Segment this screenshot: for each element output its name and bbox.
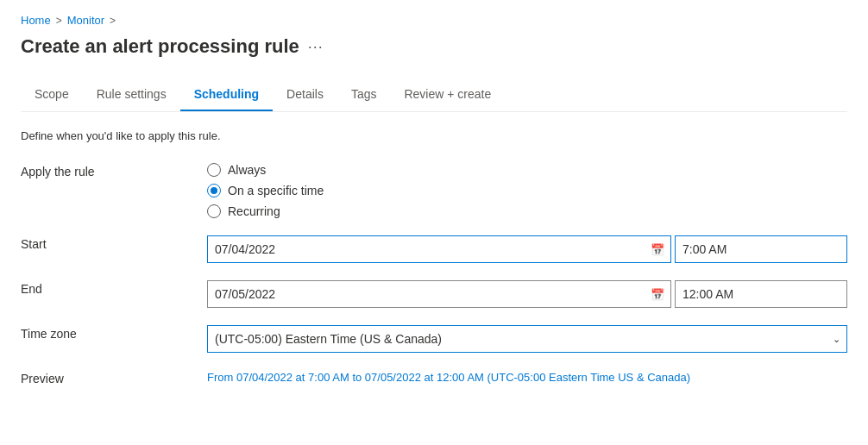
radio-recurring-label: Recurring [228, 204, 280, 218]
preview-control: From 07/04/2022 at 7:00 AM to 07/05/2022… [207, 370, 847, 384]
tab-rule-settings[interactable]: Rule settings [83, 78, 180, 111]
apply-rule-label: Apply the rule [21, 163, 193, 179]
end-label: End [21, 280, 193, 296]
page-title: Create an alert processing rule [21, 35, 299, 58]
apply-rule-control: Always On a specific time Recurring [207, 163, 847, 218]
preview-text: From 07/04/2022 at 7:00 AM to 07/05/2022… [207, 371, 690, 384]
breadcrumb-sep2: > [110, 15, 116, 27]
radio-specific-time-label: On a specific time [228, 184, 324, 197]
end-row: End 📅 [21, 280, 847, 308]
tab-details[interactable]: Details [273, 78, 337, 111]
tab-review-create[interactable]: Review + create [390, 78, 505, 111]
more-options-icon[interactable]: ··· [308, 38, 324, 56]
start-date-input[interactable] [207, 235, 671, 263]
radio-always-circle [207, 163, 221, 177]
breadcrumb: Home > Monitor > [21, 14, 847, 27]
breadcrumb-sep1: > [56, 15, 62, 27]
page-title-row: Create an alert processing rule ··· [21, 35, 847, 58]
breadcrumb-home[interactable]: Home [21, 14, 51, 27]
radio-specific-time[interactable]: On a specific time [207, 184, 847, 197]
apply-rule-row: Apply the rule Always On a specific time… [21, 163, 847, 218]
timezone-label: Time zone [21, 325, 193, 341]
radio-group: Always On a specific time Recurring [207, 163, 847, 218]
start-date-wrapper: 📅 [207, 235, 671, 263]
end-time-input[interactable] [675, 280, 847, 308]
start-row: Start 📅 [21, 235, 847, 263]
radio-recurring-circle [207, 204, 221, 218]
preview-row: Preview From 07/04/2022 at 7:00 AM to 07… [21, 370, 847, 385]
radio-specific-time-circle [207, 184, 221, 197]
timezone-select[interactable]: (UTC-05:00) Eastern Time (US & Canada)(U… [207, 325, 847, 353]
start-control: 📅 [207, 235, 847, 263]
timezone-select-wrapper: (UTC-05:00) Eastern Time (US & Canada)(U… [207, 325, 847, 353]
start-label: Start [21, 235, 193, 251]
radio-always-label: Always [228, 163, 266, 177]
end-datetime: 📅 [207, 280, 847, 308]
radio-recurring[interactable]: Recurring [207, 204, 847, 218]
start-datetime: 📅 [207, 235, 847, 263]
tab-scope[interactable]: Scope [21, 78, 83, 111]
end-control: 📅 [207, 280, 847, 308]
timezone-row: Time zone (UTC-05:00) Eastern Time (US &… [21, 325, 847, 353]
radio-always[interactable]: Always [207, 163, 847, 177]
scheduling-form: Apply the rule Always On a specific time… [21, 163, 847, 385]
section-description: Define when you'd like to apply this rul… [21, 129, 847, 142]
timezone-control: (UTC-05:00) Eastern Time (US & Canada)(U… [207, 325, 847, 353]
preview-label: Preview [21, 370, 193, 385]
end-date-wrapper: 📅 [207, 280, 671, 308]
tab-scheduling[interactable]: Scheduling [180, 78, 273, 111]
breadcrumb-monitor[interactable]: Monitor [67, 14, 104, 27]
tab-tags[interactable]: Tags [337, 78, 391, 111]
start-time-input[interactable] [675, 235, 847, 263]
end-date-input[interactable] [207, 280, 671, 308]
tabs-nav: Scope Rule settings Scheduling Details T… [21, 78, 847, 112]
